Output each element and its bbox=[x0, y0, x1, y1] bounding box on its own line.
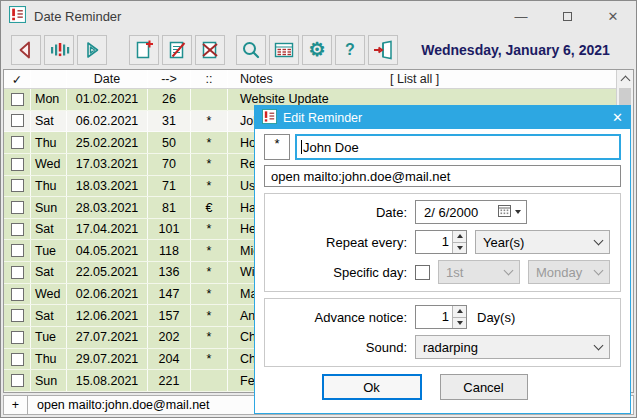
minimize-button[interactable]: — bbox=[498, 1, 544, 31]
spinner-down-button[interactable] bbox=[453, 242, 466, 254]
ok-button[interactable]: Ok bbox=[322, 374, 422, 400]
spinner-up-button[interactable] bbox=[453, 306, 466, 317]
delete-reminder-button[interactable] bbox=[195, 35, 225, 65]
status-plus-button[interactable]: + bbox=[4, 396, 28, 414]
action-input[interactable]: open mailto:john.doe@mail.net bbox=[264, 165, 621, 187]
row-checkbox[interactable] bbox=[11, 266, 24, 279]
close-button[interactable]: ✕ bbox=[590, 1, 636, 31]
repeat-unit-select[interactable]: Year(s) bbox=[475, 230, 610, 254]
edit-reminder-button[interactable] bbox=[162, 35, 192, 65]
window-title: Date Reminder bbox=[34, 9, 121, 24]
sound-label: Sound: bbox=[275, 340, 415, 355]
new-reminder-button[interactable] bbox=[129, 35, 159, 65]
row-date: 04.05.2021 bbox=[67, 240, 148, 261]
scroll-up-button[interactable] bbox=[617, 70, 633, 87]
row-check-cell bbox=[4, 349, 31, 370]
row-date: 29.07.2021 bbox=[67, 349, 148, 370]
right-triangle-icon bbox=[81, 39, 103, 61]
row-day: Thu bbox=[31, 349, 67, 370]
cancel-button[interactable]: Cancel bbox=[440, 374, 528, 400]
row-date: 01.02.2021 bbox=[67, 89, 148, 110]
row-days-until: 71 bbox=[148, 176, 191, 197]
row-day: Thu bbox=[31, 132, 67, 153]
notice-group: Advance notice: 1 Day(s) Sound: radarpin… bbox=[264, 298, 621, 367]
row-checkbox[interactable] bbox=[11, 114, 24, 127]
row-date: 06.02.2021 bbox=[67, 111, 148, 132]
row-checkbox[interactable] bbox=[11, 223, 24, 236]
next-button[interactable] bbox=[77, 35, 107, 65]
advance-unit-label: Day(s) bbox=[477, 310, 515, 325]
row-date: 17.04.2021 bbox=[67, 219, 148, 240]
exit-button[interactable] bbox=[368, 35, 398, 65]
calendar-icon bbox=[498, 204, 511, 220]
row-checkbox[interactable] bbox=[11, 288, 24, 301]
name-input[interactable]: John Doe bbox=[295, 134, 621, 160]
row-checkbox[interactable] bbox=[11, 244, 24, 257]
row-checkbox[interactable] bbox=[11, 201, 24, 214]
settings-button[interactable]: ⚙ bbox=[302, 35, 332, 65]
row-day: Sat bbox=[31, 305, 67, 326]
date-group: Date: 2/ 6/2000 bbox=[264, 193, 621, 292]
row-day: Tue bbox=[31, 327, 67, 348]
main-window: Date Reminder — ✕ bbox=[0, 0, 637, 418]
list-all-link[interactable]: [ List all ] bbox=[390, 70, 439, 88]
row-type: * bbox=[191, 240, 228, 261]
row-check-cell bbox=[4, 327, 31, 348]
row-day: Sun bbox=[31, 197, 67, 218]
date-picker[interactable]: 2/ 6/2000 bbox=[415, 200, 527, 224]
row-checkbox[interactable] bbox=[11, 93, 24, 106]
row-days-until: 31 bbox=[148, 111, 191, 132]
maximize-icon bbox=[563, 12, 572, 21]
row-check-cell bbox=[4, 219, 31, 240]
specific-day-checkbox[interactable] bbox=[415, 265, 430, 280]
row-checkbox[interactable] bbox=[11, 374, 24, 387]
row-days-until: 50 bbox=[148, 132, 191, 153]
spinner-down-button[interactable] bbox=[453, 317, 466, 329]
row-days-until: 101 bbox=[148, 219, 191, 240]
header-day bbox=[31, 70, 67, 88]
search-button[interactable] bbox=[236, 35, 266, 65]
row-type: * bbox=[191, 176, 228, 197]
row-day: Wed bbox=[31, 284, 67, 305]
row-date: 12.06.2021 bbox=[67, 305, 148, 326]
row-type bbox=[191, 370, 228, 391]
flag-button[interactable]: * bbox=[264, 134, 290, 160]
maximize-button[interactable] bbox=[544, 1, 590, 31]
dialog-close-button[interactable]: ✕ bbox=[603, 110, 623, 125]
row-checkbox[interactable] bbox=[11, 331, 24, 344]
row-checkbox[interactable] bbox=[11, 353, 24, 366]
today-button[interactable] bbox=[44, 35, 74, 65]
table-icon bbox=[273, 39, 295, 61]
question-icon: ? bbox=[345, 41, 355, 59]
sound-select[interactable]: radarping bbox=[415, 335, 610, 359]
help-button[interactable]: ? bbox=[335, 35, 365, 65]
row-check-cell bbox=[4, 89, 31, 110]
header-type: :: bbox=[191, 70, 228, 88]
row-type: * bbox=[191, 219, 228, 240]
spinner-up-button[interactable] bbox=[453, 231, 466, 242]
magnifier-icon bbox=[240, 39, 262, 61]
row-checkbox[interactable] bbox=[11, 158, 24, 171]
table-header: ✓ Date --> :: Notes [ List all ] bbox=[4, 70, 633, 89]
list-button[interactable] bbox=[269, 35, 299, 65]
dialog-title: Edit Reminder bbox=[283, 111, 362, 125]
toolbar: ⚙ ? Wednesday, January 6, 2021 bbox=[1, 31, 636, 68]
row-day: Thu bbox=[31, 176, 67, 197]
row-checkbox[interactable] bbox=[11, 136, 24, 149]
row-days-until: 157 bbox=[148, 305, 191, 326]
header-notes: Notes [ List all ] bbox=[228, 70, 633, 88]
previous-button[interactable] bbox=[11, 35, 41, 65]
row-check-cell bbox=[4, 176, 31, 197]
repeat-count-stepper[interactable]: 1 bbox=[415, 230, 467, 254]
header-check: ✓ bbox=[4, 70, 31, 88]
up-arrow-icon bbox=[457, 234, 463, 238]
advance-notice-stepper[interactable]: 1 bbox=[415, 305, 467, 329]
row-checkbox[interactable] bbox=[11, 309, 24, 322]
row-days-until: 26 bbox=[148, 89, 191, 110]
row-checkbox[interactable] bbox=[11, 179, 24, 192]
datepicker-dropdown-icon[interactable] bbox=[515, 210, 521, 214]
row-check-cell bbox=[4, 370, 31, 391]
repeat-label: Repeat every: bbox=[275, 235, 415, 250]
row-day: Wed bbox=[31, 154, 67, 175]
row-days-until: 202 bbox=[148, 327, 191, 348]
